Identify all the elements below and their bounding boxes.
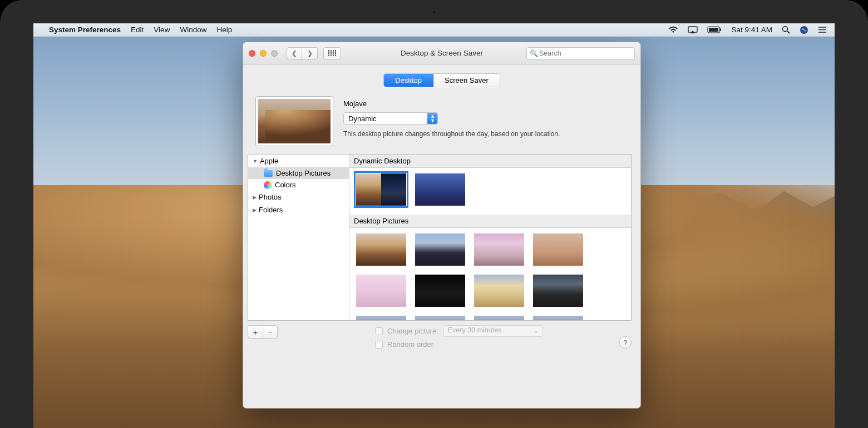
forward-button[interactable]: ❯	[302, 47, 318, 59]
random-order-checkbox	[375, 341, 383, 349]
laptop-frame: System Preferences Edit View Window Help…	[0, 0, 868, 428]
source-sidebar: ▼ Apple Desktop Pictures Colors ▶ Photos	[248, 155, 349, 320]
folder-icon	[264, 170, 273, 177]
app-name[interactable]: System Preferences	[49, 26, 121, 34]
siri-icon[interactable]	[800, 26, 808, 34]
window-titlebar[interactable]: ❮ ❯ Desktop & Screen Saver 🔍	[243, 42, 640, 64]
menubar: System Preferences Edit View Window Help…	[33, 23, 835, 37]
wifi-icon[interactable]	[668, 26, 678, 33]
search-icon: 🔍	[530, 49, 538, 57]
thumb-desert-7[interactable]	[474, 275, 524, 307]
thumb-desert-4[interactable]	[533, 233, 583, 266]
sidebar-item-desktop-pictures[interactable]: Desktop Pictures	[248, 167, 349, 179]
sidebar-group-folders[interactable]: ▶ Folders	[248, 203, 349, 216]
wallpaper-name: Mojave	[343, 99, 625, 108]
menu-edit[interactable]: Edit	[131, 26, 144, 34]
svg-line-5	[787, 31, 790, 33]
wallpaper-type-dropdown[interactable]: Dynamic	[343, 112, 438, 125]
sidebar-group-apple[interactable]: ▼ Apple	[248, 155, 349, 167]
menu-window[interactable]: Window	[180, 26, 206, 34]
zoom-button[interactable]	[271, 50, 278, 57]
section-dynamic-desktop: Dynamic Desktop	[349, 155, 631, 168]
color-wheel-icon	[264, 181, 272, 189]
minimize-button[interactable]	[260, 50, 267, 57]
thumb-desert-9[interactable]	[356, 316, 406, 320]
thumb-mojave-day[interactable]	[356, 233, 406, 266]
random-order-label: Random order	[387, 340, 433, 349]
disclosure-triangle-icon[interactable]: ▶	[253, 195, 257, 200]
thumb-desert-8[interactable]	[533, 275, 583, 307]
menubar-clock[interactable]: Sat 9:41 AM	[731, 26, 772, 34]
tab-desktop[interactable]: Desktop	[384, 74, 433, 87]
menu-view[interactable]: View	[154, 26, 170, 34]
wallpaper-browser[interactable]: Dynamic Desktop Desktop Pictures	[349, 155, 631, 320]
thumb-desert-12[interactable]	[533, 316, 583, 320]
wallpaper-description: This desktop picture changes throughout …	[343, 130, 625, 138]
thumb-solar-gradients[interactable]	[415, 173, 465, 206]
wallpaper-type-select[interactable]: Dynamic ▲▼	[343, 112, 438, 125]
back-button[interactable]: ❮	[287, 47, 302, 59]
add-folder-button[interactable]: +	[248, 326, 263, 338]
camera-icon	[432, 10, 436, 14]
notification-center-icon[interactable]	[818, 26, 827, 33]
svg-rect-3	[720, 28, 721, 31]
thumb-mojave-dynamic[interactable]	[356, 173, 406, 206]
help-button[interactable]: ?	[619, 336, 632, 349]
show-all-button[interactable]	[323, 47, 341, 59]
svg-point-4	[783, 27, 788, 32]
wallpaper-preview	[255, 96, 333, 146]
change-picture-label: Change picture:	[387, 327, 438, 335]
tab-screensaver[interactable]: Screen Saver	[433, 74, 500, 87]
chevron-updown-icon: ▲▼	[430, 114, 435, 123]
tab-segmented-control: Desktop Screen Saver	[383, 73, 500, 87]
change-interval-select: Every 30 minutes	[443, 325, 543, 337]
section-desktop-pictures: Desktop Pictures	[349, 215, 631, 228]
menu-help[interactable]: Help	[216, 26, 232, 34]
airplay-icon[interactable]	[688, 26, 698, 34]
thumb-desert-6[interactable]	[415, 275, 465, 307]
thumb-desert-3[interactable]	[474, 233, 524, 266]
battery-icon[interactable]	[707, 26, 722, 33]
screen: System Preferences Edit View Window Help…	[33, 23, 835, 428]
search-input[interactable]	[526, 47, 635, 59]
close-button[interactable]	[249, 50, 255, 57]
sidebar-item-colors[interactable]: Colors	[248, 179, 349, 191]
thumb-desert-10[interactable]	[415, 316, 465, 320]
disclosure-triangle-icon[interactable]: ▶	[253, 207, 257, 213]
thumb-desert-11[interactable]	[474, 316, 524, 320]
svg-rect-2	[709, 28, 718, 32]
thumb-mojave-night[interactable]	[415, 233, 465, 266]
disclosure-triangle-icon[interactable]: ▼	[253, 158, 258, 164]
add-remove-control: + −	[248, 325, 278, 339]
spotlight-icon[interactable]	[782, 26, 790, 34]
remove-folder-button: −	[263, 326, 277, 338]
change-picture-checkbox[interactable]	[375, 327, 383, 335]
sidebar-group-photos[interactable]: ▶ Photos	[248, 191, 349, 203]
preferences-window: ❮ ❯ Desktop & Screen Saver 🔍 Desktop Scr…	[243, 42, 641, 409]
thumb-desert-5[interactable]	[356, 275, 406, 307]
